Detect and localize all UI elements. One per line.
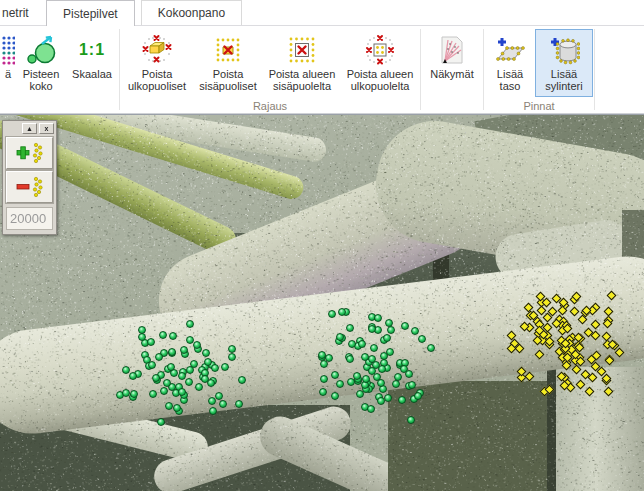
point-cloud-tool-panel: ▲ x 20000 bbox=[2, 120, 57, 235]
ribbon-separator bbox=[594, 29, 595, 110]
green-point-marker bbox=[368, 355, 376, 363]
group-label-rajaus: Rajaus bbox=[121, 100, 419, 112]
views-icon bbox=[436, 32, 468, 68]
remove-area-inside-icon bbox=[286, 32, 318, 68]
remove-outside-label: Poista ulkopuoliset bbox=[123, 68, 191, 92]
point-size-label: Pisteen koko bbox=[18, 68, 64, 92]
scale-button[interactable]: 1:1 Skaalaa bbox=[66, 29, 118, 97]
remove-area-inside-label: Poista alueen sisäpuolelta bbox=[265, 68, 339, 92]
green-point-marker bbox=[407, 416, 415, 424]
green-point-marker bbox=[356, 390, 364, 398]
add-cylinder-label: Lisää sylinteri bbox=[537, 68, 591, 92]
green-point-marker bbox=[221, 363, 229, 371]
colored-dots-grid-icon bbox=[1, 32, 15, 68]
green-point-marker bbox=[155, 353, 163, 361]
green-point-marker bbox=[319, 388, 327, 396]
remove-inside-points-icon bbox=[212, 32, 244, 68]
add-cylinder-button[interactable]: Lisää sylinteri bbox=[535, 29, 593, 97]
green-point-marker bbox=[180, 346, 188, 354]
green-point-marker bbox=[368, 325, 376, 333]
ribbon-tab-strip: netrit Pistepilvet Kokoonpano bbox=[0, 0, 644, 26]
remove-area-inside-button[interactable]: Poista alueen sisäpuolelta bbox=[263, 29, 341, 97]
green-point-marker bbox=[346, 355, 354, 363]
views-button[interactable]: Näkymät bbox=[422, 29, 482, 97]
add-points-button-partial[interactable]: ä bbox=[0, 29, 16, 97]
remove-area-outside-label: Poista alueen ulkopuolelta bbox=[343, 68, 417, 92]
tab-kokoonpano[interactable]: Kokoonpano bbox=[141, 0, 242, 25]
group-label-pinnat: Pinnat bbox=[485, 100, 593, 112]
panel-close-button[interactable]: x bbox=[39, 123, 54, 134]
green-point-marker bbox=[392, 380, 400, 388]
add-plane-button[interactable]: Lisää taso bbox=[485, 29, 535, 97]
remove-points-tool-button[interactable] bbox=[6, 171, 53, 203]
add-plane-label: Lisää taso bbox=[487, 68, 533, 92]
ribbon-group-pinnat: Lisää taso Li bbox=[485, 26, 593, 113]
green-point-marker bbox=[235, 400, 243, 408]
remove-outside-points-icon bbox=[141, 32, 173, 68]
remove-inside-button[interactable]: Poista sisäpuoliset bbox=[193, 29, 263, 97]
ribbon-separator bbox=[483, 29, 484, 110]
green-point-marker bbox=[178, 372, 186, 380]
green-point-marker bbox=[370, 344, 378, 352]
green-point-marker bbox=[401, 322, 409, 330]
green-point-marker bbox=[193, 341, 201, 349]
green-point-marker bbox=[129, 372, 137, 380]
remove-area-outside-icon bbox=[364, 32, 396, 68]
green-point-marker bbox=[163, 379, 171, 387]
ribbon-group-views: Näkymät bbox=[422, 26, 482, 113]
green-point-marker bbox=[147, 338, 155, 346]
ribbon: ä Pisteen koko 1:1 Skaalaa bbox=[0, 26, 644, 114]
green-point-marker bbox=[414, 392, 422, 400]
ribbon-group-rajaus: Poista ulkopuoliset bbox=[121, 26, 419, 113]
remove-outside-button[interactable]: Poista ulkopuoliset bbox=[121, 29, 193, 97]
green-point-marker bbox=[167, 363, 175, 371]
green-point-marker bbox=[202, 349, 210, 357]
plus-points-icon bbox=[15, 142, 45, 164]
green-point-marker bbox=[374, 314, 382, 322]
point-size-button[interactable]: Pisteen koko bbox=[16, 29, 66, 97]
green-point-marker bbox=[159, 331, 167, 339]
green-point-marker bbox=[427, 344, 435, 352]
remove-area-outside-button[interactable]: Poista alueen ulkopuolelta bbox=[341, 29, 419, 97]
scale-label: Skaalaa bbox=[72, 68, 112, 80]
green-point-marker bbox=[149, 390, 157, 398]
green-point-marker bbox=[362, 375, 370, 383]
minus-points-icon bbox=[15, 176, 45, 198]
green-point-marker bbox=[331, 392, 339, 400]
green-point-marker bbox=[152, 374, 160, 382]
green-point-marker bbox=[186, 320, 194, 328]
point-size-icon bbox=[25, 32, 57, 68]
add-points-label: ä bbox=[5, 68, 11, 80]
add-points-tool-button[interactable] bbox=[6, 137, 53, 169]
add-plane-icon bbox=[494, 32, 526, 68]
ribbon-separator bbox=[420, 29, 421, 110]
point-count-field[interactable]: 20000 bbox=[6, 207, 53, 230]
green-point-marker bbox=[148, 361, 156, 369]
panel-title-bar: ▲ x bbox=[3, 121, 56, 135]
point-cloud-viewport[interactable]: ▲ x 20000 bbox=[0, 114, 644, 491]
green-point-marker bbox=[219, 400, 227, 408]
tab-parametrit-partial[interactable]: netrit bbox=[0, 0, 42, 25]
add-cylinder-icon bbox=[548, 32, 580, 68]
remove-inside-label: Poista sisäpuoliset bbox=[195, 68, 261, 92]
ribbon-group-points: ä Pisteen koko 1:1 Skaalaa bbox=[0, 26, 118, 113]
panel-collapse-button[interactable]: ▲ bbox=[22, 123, 37, 134]
tab-pistepilvet[interactable]: Pistepilvet bbox=[46, 0, 135, 26]
views-label: Näkymät bbox=[430, 68, 473, 80]
scale-1-1-icon: 1:1 bbox=[79, 32, 105, 68]
ribbon-separator bbox=[119, 29, 120, 110]
green-point-marker bbox=[358, 340, 366, 348]
